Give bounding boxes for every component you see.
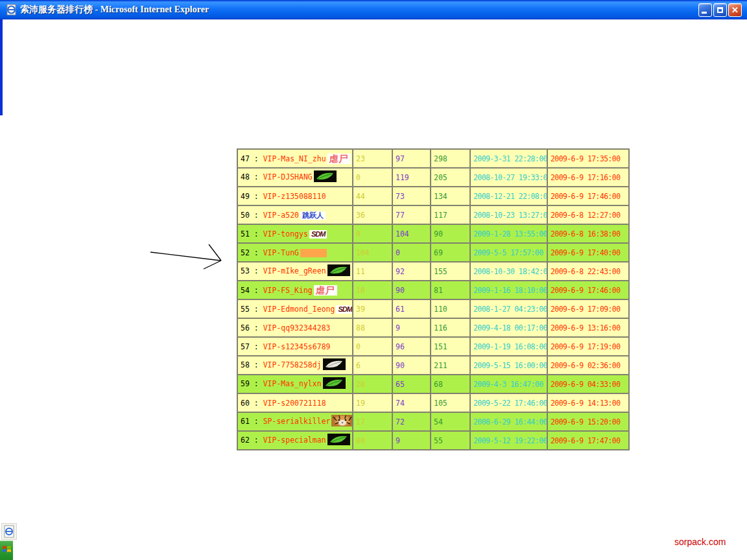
player-name-link[interactable]: VIP-qq932344283 [263, 323, 331, 332]
window-title: 索沛服务器排行榜 - Microsoft Internet Explorer [20, 4, 209, 16]
stat-value-2: 90 [396, 361, 405, 370]
created-date-cell: 2009-3-31 22:28:00 [470, 149, 547, 168]
last-update-date: 2009-6-9 13:16:00 [551, 323, 621, 332]
watermark-text: sorpack.com [674, 537, 726, 547]
stat-value-2: 77 [396, 211, 405, 220]
stat-value-1: 0 [356, 229, 361, 239]
stat-value-3: 90 [434, 229, 443, 239]
stat-value-2: 97 [396, 154, 405, 163]
created-date: 2008-10-27 19:33:00 [473, 173, 547, 182]
player-name-link[interactable]: VIP-Mas_NI_zhu [263, 154, 326, 163]
stat-value-2-cell: 77 [392, 205, 431, 224]
rank-name-cell: 62 : VIP-specialman [237, 431, 353, 450]
rank-name-cell: 57 : VIP-s12345s6789 [237, 337, 353, 356]
maximize-button[interactable] [713, 3, 727, 17]
window-left-border [0, 19, 3, 115]
table-row: 60 : VIP-s20072111819741052009-5-22 17:4… [237, 393, 629, 412]
rank-number: 52 : [241, 248, 263, 257]
ranking-table-container[interactable]: 47 : VIP-Mas_NI_zhu虐尸23972982009-3-31 22… [237, 148, 630, 465]
table-row: 59 : VIP-Mas_nylxn2865682009-4-3 16:47:0… [237, 375, 629, 393]
last-update-date-cell: 2009-6-9 17:46:00 [547, 281, 629, 299]
rank-name-cell: 53 : VIP-mIke_gReen [237, 262, 353, 281]
created-date: 2009-3-31 22:28:00 [473, 154, 547, 163]
ie-logo-icon [5, 4, 17, 16]
table-row: 54 : VIP-FS_King虐尸1090812009-1-16 18:10:… [237, 281, 629, 299]
player-name-link[interactable]: SP-serialkiller [263, 417, 331, 426]
player-name-link[interactable]: VIP-7758258dj [263, 360, 322, 369]
stat-value-1-cell: 6 [353, 356, 392, 375]
stat-value-2-cell: 96 [392, 337, 431, 356]
rank-name-cell: 59 : VIP-Mas_nylxn [237, 375, 353, 393]
stat-value-3: 55 [434, 436, 443, 445]
table-row: 57 : VIP-s12345s67890961512009-1-19 16:0… [237, 337, 629, 356]
rank-number: 57 : [241, 342, 263, 351]
player-name-link[interactable]: VIP-specialman [263, 436, 326, 445]
stat-value-3-cell: 116 [431, 318, 470, 337]
sdm-logo-image: SDM [336, 305, 353, 314]
stat-value-3-cell: 81 [431, 281, 470, 299]
created-date: 2008-10-23 13:27:00 [473, 211, 547, 220]
window-titlebar: 索沛服务器排行榜 - Microsoft Internet Explorer ✕ [0, 0, 747, 19]
stat-value-2-cell: 61 [392, 299, 431, 318]
last-update-date-cell: 2009-6-9 13:16:00 [547, 318, 629, 337]
rank-name-cell: 47 : VIP-Mas_NI_zhu虐尸 [237, 149, 353, 168]
player-name-link[interactable]: VIP-TunG [263, 248, 299, 257]
created-date: 2009-5-12 19:22:00 [473, 436, 547, 445]
created-date-cell: 2009-4-3 16:47:00 [470, 375, 547, 393]
stat-value-3-cell: 155 [431, 262, 470, 281]
player-name-link[interactable]: VIP-Edmond_Ieong [263, 305, 335, 314]
rank-number: 48 : [241, 172, 263, 181]
stat-value-2: 9 [396, 323, 400, 332]
stat-value-1-cell: 23 [353, 149, 392, 168]
created-date: 2009-1-16 18:10:00 [473, 286, 547, 295]
stat-value-1: 80 [356, 436, 365, 445]
start-button-fragment[interactable] [0, 541, 13, 560]
stat-value-3: 116 [434, 323, 447, 332]
stat-value-3: 205 [434, 173, 447, 182]
stat-value-1: 104 [356, 248, 370, 257]
rank-number: 47 : [241, 154, 263, 163]
player-name-link[interactable]: VIP-mIke_gReen [263, 266, 326, 275]
stat-value-1-cell: 0 [353, 224, 392, 243]
rank-number: 50 : [241, 211, 263, 220]
rank-name-cell: 49 : VIP-z135088110 [237, 187, 353, 205]
white-leaf-icon [323, 358, 346, 372]
rank-number: 55 : [241, 305, 263, 314]
stat-value-3-cell: 117 [431, 205, 470, 224]
player-name-link[interactable]: VIP-s200721118 [263, 399, 326, 408]
minimize-button[interactable] [698, 3, 712, 17]
green-leaf-icon [327, 264, 350, 278]
player-name-link[interactable]: VIP-z135088110 [263, 192, 326, 201]
stat-value-2-cell: 119 [392, 168, 431, 187]
close-button[interactable]: ✕ [728, 3, 742, 17]
stat-value-3: 110 [434, 305, 447, 314]
player-name-link[interactable]: VIP-DJSHANG [263, 172, 313, 181]
annotation-arrow [139, 240, 230, 272]
rank-name-cell: 58 : VIP-7758258dj [237, 356, 353, 375]
created-date: 2008-10-30 18:42:00 [473, 267, 547, 276]
player-name-link[interactable]: VIP-a520 [263, 211, 299, 220]
stat-value-1-cell: 10 [353, 281, 392, 299]
created-date-cell: 2009-1-19 16:08:00 [470, 337, 547, 356]
last-update-date: 2009-6-9 17:35:00 [551, 154, 621, 163]
stat-value-1: 11 [356, 267, 365, 276]
stat-value-1-cell: 39 [353, 299, 392, 318]
rank-number: 54 : [241, 285, 263, 294]
last-update-date: 2009-6-9 17:46:00 [551, 192, 621, 201]
stat-value-3: 155 [434, 267, 447, 276]
last-update-date-cell: 2009-6-9 17:19:00 [547, 337, 629, 356]
stat-value-2: 73 [396, 192, 405, 201]
table-row: 47 : VIP-Mas_NI_zhu虐尸23972982009-3-31 22… [237, 149, 629, 168]
stat-value-1: 88 [356, 323, 365, 332]
taskbar-ie-icon[interactable] [1, 523, 17, 540]
player-name-link[interactable]: VIP-FS_King [263, 285, 313, 294]
player-name-link[interactable]: VIP-s12345s6789 [263, 342, 331, 351]
rank-number: 53 : [241, 266, 263, 275]
rank-number: 51 : [241, 229, 263, 239]
player-name-link[interactable]: VIP-Mas_nylxn [263, 379, 322, 388]
player-name-link[interactable]: VIP-tongys [263, 229, 308, 239]
rank-name-cell: 55 : VIP-Edmond_IeongSDM [237, 299, 353, 318]
table-row: 55 : VIP-Edmond_IeongSDM39611102008-1-27… [237, 299, 629, 318]
stat-value-1: 17 [356, 417, 365, 426]
sdm-logo-image: SDM [309, 230, 327, 239]
